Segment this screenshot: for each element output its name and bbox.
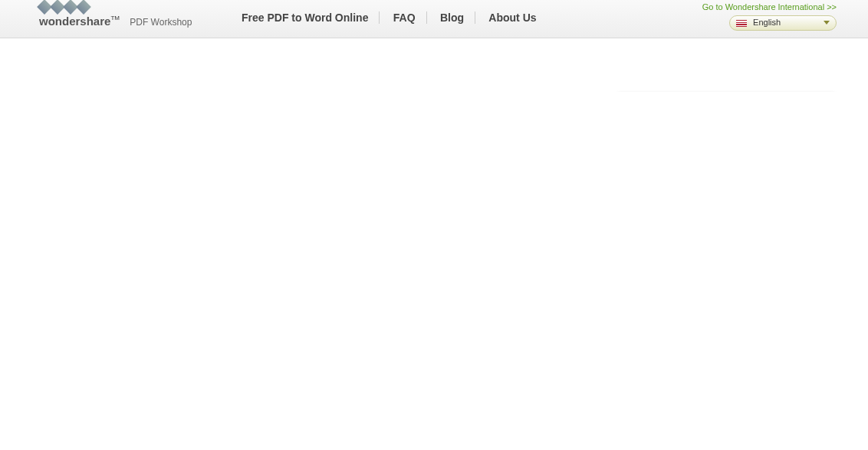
intl-link[interactable]: Go to Wondershare International >>	[702, 2, 837, 11]
main-nav: Free PDF to Word Online FAQ Blog About U…	[231, 11, 547, 24]
nav-blog[interactable]: Blog	[429, 11, 475, 24]
flag-us-icon	[736, 20, 747, 27]
nav-pdf2word[interactable]: Free PDF to Word Online	[231, 11, 380, 24]
chevron-down-icon	[824, 21, 830, 25]
nav-faq[interactable]: FAQ	[383, 11, 427, 24]
workshop-label[interactable]: PDF Workshop	[130, 17, 192, 28]
brand-text: wondershare	[39, 15, 110, 28]
logo[interactable]: wondershareTM PDF Workshop	[39, 2, 192, 28]
nav-about[interactable]: About Us	[478, 11, 547, 24]
language-selector[interactable]: English	[729, 15, 837, 31]
logo-icon	[39, 2, 91, 12]
language-label: English	[753, 18, 781, 27]
